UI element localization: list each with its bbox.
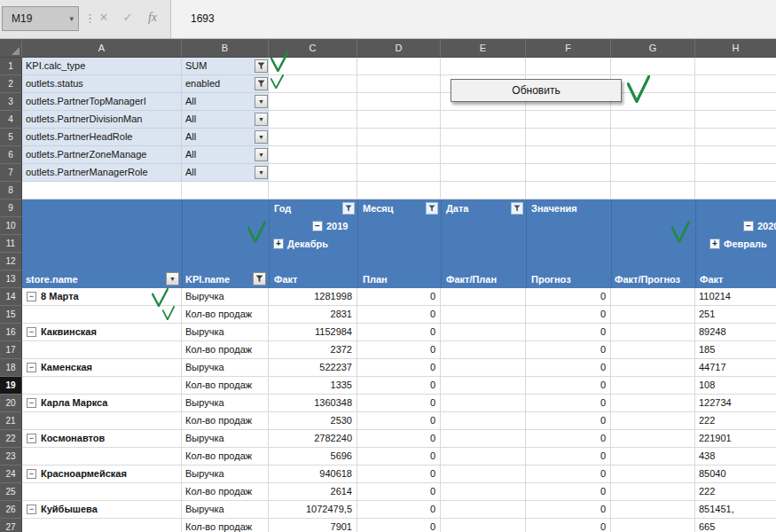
collapse-2020-button[interactable]: − <box>743 221 754 231</box>
filter-label-3[interactable]: outlets.PartnerTopManagerI <box>22 93 182 111</box>
select-all-corner[interactable] <box>0 39 22 58</box>
fact2-cell-row20[interactable]: 122734 <box>695 395 776 412</box>
collapse-outline-icon[interactable]: − <box>27 434 36 443</box>
fact-plan-cell-row15[interactable] <box>441 306 526 324</box>
insert-function-icon[interactable]: fx <box>143 11 162 25</box>
cell-F7[interactable] <box>526 164 611 182</box>
fact-plan-cell-row27[interactable] <box>441 519 526 532</box>
row-header-3[interactable]: 3 <box>0 93 22 111</box>
expand-december-button[interactable]: + <box>273 239 284 249</box>
kpi-cell-row24[interactable]: Выручка <box>182 466 269 483</box>
store-cell-row16[interactable]: −Каквинская <box>22 324 182 341</box>
forecast-cell-row27[interactable]: 0 <box>526 519 611 532</box>
fact-plan-cell-row14[interactable] <box>441 288 526 306</box>
cell-H7[interactable] <box>695 164 776 182</box>
forecast-cell-row26[interactable]: 0 <box>526 501 611 519</box>
forecast-cell-row14[interactable]: 0 <box>526 288 611 306</box>
cancel-icon[interactable]: ✕ <box>94 11 114 24</box>
row-header-23[interactable]: 23 <box>0 448 22 466</box>
forecast-cell-row18[interactable]: 0 <box>526 359 611 377</box>
kpi-cell-row22[interactable]: Выручка <box>182 430 269 448</box>
fact-forecast-cell-row21[interactable] <box>611 412 695 430</box>
row-header-25[interactable]: 25 <box>0 483 22 501</box>
row-header-22[interactable]: 22 <box>0 430 22 448</box>
filter-applied-dropdown-icon[interactable] <box>255 77 268 90</box>
filter-dropdown-icon[interactable]: ▼ <box>255 95 268 108</box>
fact-cell-row14[interactable]: 1281998 <box>269 288 357 306</box>
fact2-cell-row14[interactable]: 110214 <box>695 288 776 306</box>
cell-G2[interactable] <box>611 75 695 93</box>
cell-D2[interactable] <box>357 75 441 93</box>
cell-B8[interactable] <box>182 182 269 200</box>
cell-G4[interactable] <box>611 111 695 129</box>
fact-cell-row21[interactable]: 2530 <box>269 412 357 430</box>
filter-dropdown-icon[interactable]: ▼ <box>255 130 268 144</box>
name-box-caret-icon[interactable]: ▾ <box>69 14 78 23</box>
kpi-cell-row23[interactable]: Кол-во продаж <box>182 448 269 466</box>
forecast-cell-row23[interactable]: 0 <box>526 448 611 466</box>
cell-F4[interactable] <box>526 111 611 129</box>
forecast-cell-row20[interactable]: 0 <box>526 395 611 412</box>
cell-D6[interactable] <box>357 146 441 164</box>
fact-cell-row24[interactable]: 940618 <box>269 466 357 483</box>
kpi-cell-row27[interactable]: Кол-во продаж <box>182 519 269 532</box>
store-cell-row26[interactable]: −Куйбышева <box>22 501 182 519</box>
kpi-cell-row21[interactable]: Кол-во продаж <box>182 412 269 430</box>
plan-cell-row27[interactable]: 0 <box>357 519 441 532</box>
cell-G1[interactable] <box>611 58 695 75</box>
plan-cell-row17[interactable]: 0 <box>357 341 441 359</box>
refresh-button[interactable]: Обновить <box>451 79 622 102</box>
store-cell-row17[interactable] <box>22 341 182 359</box>
fact-plan-cell-row23[interactable] <box>441 448 526 466</box>
cell-H6[interactable] <box>695 146 776 164</box>
filter-label-4[interactable]: outlets.PartnerDivisionMan <box>22 111 182 129</box>
collapse-outline-icon[interactable]: − <box>27 292 36 301</box>
plan-cell-row24[interactable]: 0 <box>357 466 441 483</box>
column-header-A[interactable]: A <box>22 39 182 58</box>
plan-cell-row23[interactable]: 0 <box>357 448 441 466</box>
cell-D7[interactable] <box>357 164 441 182</box>
fact-forecast-cell-row26[interactable] <box>611 501 695 519</box>
store-cell-row25[interactable] <box>22 483 182 501</box>
cell-E4[interactable] <box>441 111 526 129</box>
fact2-cell-row27[interactable]: 665 <box>695 519 776 532</box>
collapse-outline-icon[interactable]: − <box>27 398 36 408</box>
fact-cell-row27[interactable]: 7901 <box>269 519 357 532</box>
fact-plan-cell-row25[interactable] <box>441 483 526 501</box>
column-header-G[interactable]: G <box>611 39 695 58</box>
filter-label-2[interactable]: outlets.status <box>22 75 182 93</box>
fact-forecast-cell-row22[interactable] <box>611 430 695 448</box>
store-cell-row19[interactable] <box>22 377 182 395</box>
forecast-cell-row16[interactable]: 0 <box>526 324 611 341</box>
plan-cell-row16[interactable]: 0 <box>357 324 441 341</box>
fact-plan-cell-row22[interactable] <box>441 430 526 448</box>
cell-E5[interactable] <box>441 129 526 146</box>
plan-cell-row21[interactable]: 0 <box>357 412 441 430</box>
row-header-24[interactable]: 24 <box>0 466 22 483</box>
filter-dropdown-icon[interactable]: ▼ <box>255 148 268 161</box>
store-name-dropdown-icon[interactable]: ▼ <box>166 272 179 286</box>
filter-applied-dropdown-icon[interactable] <box>255 59 268 73</box>
fact-forecast-cell-row27[interactable] <box>611 519 695 532</box>
kpi-cell-row19[interactable]: Кол-во продаж <box>182 377 269 395</box>
cell-E1[interactable] <box>441 58 526 75</box>
collapse-outline-icon[interactable]: − <box>27 327 36 337</box>
fact-cell-row26[interactable]: 1072479,5 <box>269 501 357 519</box>
cell-H5[interactable] <box>695 129 776 146</box>
fact-plan-cell-row19[interactable] <box>441 377 526 395</box>
kpi-cell-row25[interactable]: Кол-во продаж <box>182 483 269 501</box>
row-header-21[interactable]: 21 <box>0 412 22 430</box>
row-header-9[interactable]: 9 <box>0 200 22 217</box>
fact-plan-cell-row18[interactable] <box>441 359 526 377</box>
fact2-cell-row17[interactable]: 185 <box>695 341 776 359</box>
cell-E6[interactable] <box>441 146 526 164</box>
name-box[interactable]: M19 ▾ <box>2 6 79 31</box>
fact-cell-row19[interactable]: 1335 <box>269 377 357 395</box>
cell-C8[interactable] <box>269 182 357 200</box>
row-header-13[interactable]: 13 <box>0 270 22 288</box>
cell-C3[interactable] <box>269 93 357 111</box>
plan-cell-row20[interactable]: 0 <box>357 395 441 412</box>
plan-cell-row26[interactable]: 0 <box>357 501 441 519</box>
fact-plan-cell-row20[interactable] <box>441 395 526 412</box>
cell-C5[interactable] <box>269 129 357 146</box>
